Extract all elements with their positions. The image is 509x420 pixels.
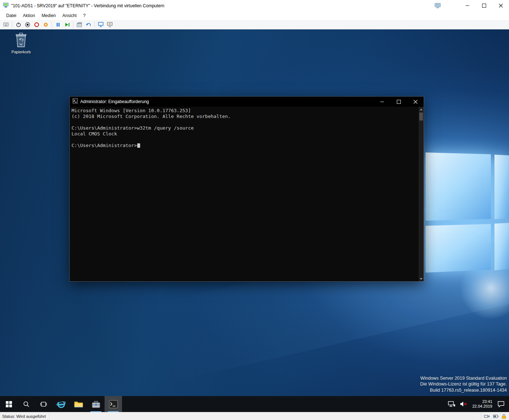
window-title: "101-ADS1 - SRV2019" auf "ETERNITY" - Ve… <box>11 3 164 8</box>
taskbar-search-button[interactable] <box>17 396 35 412</box>
checkpoint-button[interactable] <box>75 21 84 29</box>
scroll-down-button[interactable] <box>419 276 424 281</box>
server-manager-icon <box>91 400 101 408</box>
volume-muted-icon <box>460 401 467 407</box>
shut-down-button[interactable] <box>23 21 32 29</box>
internet-explorer-icon <box>56 399 66 409</box>
toolbar-separator <box>52 21 52 28</box>
console-line: Local CMOS Clock <box>72 131 416 137</box>
host-toolbar <box>0 20 509 29</box>
cmd-taskbar-icon <box>109 400 118 408</box>
menu-hilfe[interactable]: ? <box>80 12 89 20</box>
license-watermark: Windows Server 2019 Standard Evaluation … <box>420 375 507 394</box>
console-cursor <box>137 143 140 148</box>
console-line <box>72 137 416 143</box>
taskbar-item-explorer[interactable] <box>70 396 87 412</box>
taskbar-item-cmd[interactable] <box>105 396 122 412</box>
cmd-console-output[interactable]: Microsoft Windows [Version 10.0.17763.25… <box>70 107 424 281</box>
vm-status-text: Status: Wird ausgeführt <box>2 414 46 419</box>
host-statusbar: Status: Wird ausgeführt <box>0 412 509 420</box>
cmd-titlebar[interactable]: Administrator: Eingabeaufforderung <box>70 97 424 107</box>
revert-button[interactable] <box>84 21 93 29</box>
tray-volume-button[interactable] <box>460 396 467 412</box>
cmd-app-icon <box>73 98 78 105</box>
menu-datei[interactable]: Datei <box>3 12 20 20</box>
menu-aktion[interactable]: Aktion <box>20 12 38 20</box>
clock-date: 22.04.2019 <box>472 404 492 409</box>
lock-icon <box>502 414 506 419</box>
minimize-button[interactable] <box>459 0 476 11</box>
cmd-window: Administrator: Eingabeaufforderung Micro… <box>70 97 424 281</box>
network-icon <box>448 401 455 407</box>
share-button[interactable] <box>105 21 114 29</box>
console-line: (c) 2018 Microsoft Corporation. Alle Rec… <box>72 114 416 119</box>
tray-clock[interactable]: 23:4122.04.2019 <box>472 396 493 412</box>
vmconnect-window: "101-ADS1 - SRV2019" auf "ETERNITY" - Ve… <box>0 0 509 420</box>
windows-start-icon <box>6 401 12 407</box>
menu-medien[interactable]: Medien <box>38 12 59 20</box>
console-line <box>72 119 416 125</box>
battery-icon <box>493 415 498 418</box>
vmconnect-app-icon <box>3 2 9 9</box>
display-indicator-icon <box>432 0 443 11</box>
host-titlebar[interactable]: "101-ADS1 - SRV2019" auf "ETERNITY" - Ve… <box>0 0 509 11</box>
cmd-close-button[interactable] <box>407 97 424 107</box>
task-view-icon <box>40 401 47 407</box>
recycle-bin-label: Papierkorb <box>9 50 33 54</box>
scrollbar-thumb[interactable] <box>419 113 423 121</box>
console-line: Microsoft Windows [Version 10.0.17763.25… <box>72 108 416 114</box>
taskbar-item-server-manager[interactable] <box>87 396 105 412</box>
toolbar-separator <box>94 21 95 28</box>
action-center-icon <box>497 401 505 407</box>
toolbar-separator <box>73 21 73 28</box>
usb-icon <box>484 414 490 419</box>
recycle-bin-icon <box>15 32 28 48</box>
system-tray: 23:4122.04.2019 <box>448 396 509 412</box>
search-icon <box>23 401 30 408</box>
clock-time: 23:41 <box>472 399 492 404</box>
host-menubar: Datei Aktion Medien Ansicht ? <box>0 11 509 20</box>
watermark-edition: Windows Server 2019 Standard Evaluation <box>420 375 507 382</box>
pause-button[interactable] <box>53 21 62 29</box>
vm-status-cell: Status: Wird ausgeführt <box>0 412 49 420</box>
start-menu-button[interactable] <box>0 396 17 412</box>
guest-taskbar: 23:4122.04.2019 <box>0 396 509 412</box>
statusbar-icons <box>481 412 509 420</box>
save-button[interactable] <box>41 21 50 29</box>
turn-off-button[interactable] <box>14 21 23 29</box>
watermark-build: Build 17763.rs5_release.180914-1434 <box>420 387 507 394</box>
watermark-license: Die Windows-Lizenz ist gültig für 137 Ta… <box>420 381 507 387</box>
task-view-button[interactable] <box>35 396 52 412</box>
close-button[interactable] <box>492 0 509 11</box>
cmd-scrollbar[interactable] <box>419 107 424 281</box>
recycle-bin[interactable]: Papierkorb <box>9 32 33 54</box>
action-center-button[interactable] <box>497 396 505 412</box>
maximize-button[interactable] <box>476 0 492 11</box>
enhanced-session-button[interactable] <box>96 21 105 29</box>
ctrl-alt-del-button[interactable] <box>1 21 11 29</box>
tray-network-button[interactable] <box>448 396 455 412</box>
windows-logo-wallpaper <box>421 149 509 305</box>
console-prompt: C:\Users\Administrator> <box>72 143 137 148</box>
menu-ansicht[interactable]: Ansicht <box>59 12 80 20</box>
console-prompt-line: C:\Users\Administrator> <box>72 143 416 148</box>
cmd-minimize-button[interactable] <box>374 97 390 107</box>
file-explorer-icon <box>74 400 83 408</box>
toolbar-separator <box>12 21 12 28</box>
cmd-window-title: Administrator: Eingabeaufforderung <box>80 99 149 104</box>
console-line: C:\Users\Administrator>w32tm /query /sou… <box>72 125 416 131</box>
taskbar-item-ie[interactable] <box>52 396 70 412</box>
cmd-maximize-button[interactable] <box>390 97 407 107</box>
vm-desktop[interactable]: Papierkorb Windows Server 2019 Standard … <box>0 29 509 396</box>
start-button[interactable] <box>62 21 72 29</box>
reset-button[interactable] <box>32 21 41 29</box>
scroll-up-button[interactable] <box>419 107 424 112</box>
